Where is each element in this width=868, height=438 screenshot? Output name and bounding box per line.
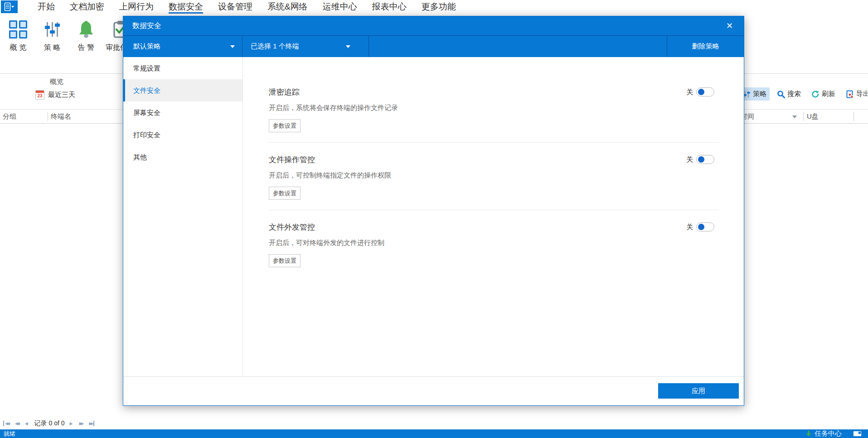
search-button[interactable]: 搜索 bbox=[774, 87, 804, 101]
date-range-label: 最近三天 bbox=[48, 91, 75, 99]
tab-device-mgmt[interactable]: 设备管理 bbox=[218, 0, 252, 14]
status-bar: 就绪 任务中心 bbox=[0, 429, 868, 438]
section-file-outgoing-control: 文件外发管控 关 开启后，可对终端外发的文件进行控制 参数设置 bbox=[269, 210, 718, 277]
ribbon-item-overview[interactable]: 概 览 bbox=[4, 18, 33, 53]
dialog-footer: 应用 bbox=[123, 376, 744, 405]
toolbar-spacer bbox=[369, 36, 667, 57]
column-header-terminal[interactable]: 终端名 bbox=[51, 112, 71, 121]
close-icon[interactable]: ✕ bbox=[724, 21, 735, 31]
export-file-icon bbox=[846, 90, 854, 98]
tab-more-features[interactable]: 更多功能 bbox=[422, 0, 456, 14]
sidebar-item-other[interactable]: 其他 bbox=[123, 146, 242, 168]
record-count-label: 记录 0 of 0 bbox=[34, 419, 65, 428]
sidebar-item-file-security[interactable]: 文件安全 bbox=[123, 79, 242, 101]
document-menu-icon bbox=[4, 2, 15, 11]
tab-web-behavior[interactable]: 上网行为 bbox=[119, 0, 154, 14]
file-outgoing-toggle[interactable] bbox=[696, 222, 714, 231]
sidebar-item-print-security[interactable]: 打印安全 bbox=[123, 124, 242, 146]
toggle-state-label: 关 bbox=[686, 88, 693, 96]
toggle-state-label: 关 bbox=[686, 155, 693, 164]
tab-doc-encryption[interactable]: 文档加密 bbox=[70, 0, 104, 14]
sidebar-item-screen-security[interactable]: 屏幕安全 bbox=[123, 101, 242, 124]
sidebar-item-general-settings[interactable]: 常规设置 bbox=[123, 57, 242, 79]
toggle-knob bbox=[698, 224, 704, 230]
terminal-selector-dropdown[interactable]: 已选择 1 个终端 bbox=[242, 36, 369, 57]
data-security-dialog: 数据安全 ✕ 默认策略 已选择 1 个终端 删除策略 常规设置 文件安全 屏幕安… bbox=[123, 16, 744, 406]
section-leak-tracking: 泄密追踪 关 开启后，系统将会保存终端的操作文件记录 参数设置 bbox=[269, 75, 718, 143]
column-header-group[interactable]: 分组 bbox=[3, 112, 16, 121]
fast-next-button[interactable]: ▶▶ bbox=[79, 421, 84, 426]
tab-report-center[interactable]: 报表中心 bbox=[372, 0, 407, 14]
task-center-button[interactable]: 任务中心 bbox=[805, 429, 842, 438]
column-divider[interactable] bbox=[853, 112, 854, 121]
tab-ops-center[interactable]: 运维中心 bbox=[323, 0, 357, 14]
toggle-knob bbox=[698, 89, 704, 95]
column-header-usb[interactable]: U盘 bbox=[807, 112, 819, 121]
alert-bell-icon bbox=[72, 19, 101, 40]
last-page-button[interactable]: ▶▶ bbox=[89, 421, 94, 426]
fast-prev-button[interactable]: ◀◀ bbox=[15, 421, 20, 426]
param-settings-button[interactable]: 参数设置 bbox=[269, 119, 301, 132]
file-operation-toggle[interactable] bbox=[696, 155, 714, 164]
task-panel-icon[interactable] bbox=[853, 431, 861, 436]
application-window: 开始 文档加密 上网行为 数据安全 设备管理 系统&网络 运维中心 报表中心 更… bbox=[0, 0, 868, 438]
tab-system-network[interactable]: 系统&网络 bbox=[267, 0, 308, 14]
ribbon-item-label: 概 览 bbox=[4, 43, 33, 53]
dialog-titlebar: 数据安全 ✕ bbox=[123, 16, 744, 35]
column-divider[interactable] bbox=[803, 112, 804, 121]
chevron-down-icon bbox=[230, 45, 235, 48]
section-title: 文件外发管控 bbox=[269, 222, 315, 232]
tab-start[interactable]: 开始 bbox=[38, 0, 55, 14]
column-divider[interactable] bbox=[48, 112, 48, 121]
ribbon-item-policy[interactable]: 策 略 bbox=[38, 18, 67, 53]
delete-policy-label: 删除策略 bbox=[692, 42, 719, 51]
overview-grid-icon bbox=[4, 19, 33, 40]
date-range-filter[interactable]: 23 最近三天 bbox=[35, 88, 75, 101]
chevron-down-icon[interactable] bbox=[792, 116, 797, 118]
delete-policy-button[interactable]: 删除策略 bbox=[667, 36, 744, 57]
policy-filter-label: 策略 bbox=[753, 90, 766, 98]
section-title: 文件操作管控 bbox=[269, 154, 315, 165]
policy-dropdown[interactable]: 默认策略 bbox=[123, 36, 242, 57]
refresh-button[interactable]: 刷新 bbox=[808, 87, 839, 101]
refresh-icon bbox=[811, 90, 820, 98]
toggle-state-label: 关 bbox=[686, 223, 693, 231]
dialog-toolbar: 默认策略 已选择 1 个终端 删除策略 bbox=[123, 35, 744, 57]
pagination-bar: ◀◀ ◀◀ ◀ 记录 0 of 0 ▶ ▶▶ ▶▶ bbox=[3, 419, 94, 428]
dialog-body: 常规设置 文件安全 屏幕安全 打印安全 其他 泄密追踪 关 开启后，系统 bbox=[123, 57, 744, 376]
ribbon-item-label: 告 警 bbox=[72, 43, 101, 53]
table-action-bar: 策略 搜索 刷新 导出 bbox=[740, 87, 868, 101]
prev-page-button[interactable]: ◀ bbox=[25, 421, 29, 426]
section-description: 开启后，可对终端外发的文件进行控制 bbox=[269, 239, 718, 248]
status-ready-label: 就绪 bbox=[4, 430, 15, 438]
search-label: 搜索 bbox=[787, 90, 801, 98]
toggle-knob bbox=[698, 156, 704, 163]
ribbon-item-label: 策 略 bbox=[38, 43, 67, 53]
export-button[interactable]: 导出 bbox=[843, 87, 868, 101]
dialog-sidebar: 常规设置 文件安全 屏幕安全 打印安全 其他 bbox=[123, 57, 243, 376]
param-settings-button[interactable]: 参数设置 bbox=[269, 187, 301, 200]
settings-panel: 泄密追踪 关 开启后，系统将会保存终端的操作文件记录 参数设置 文件操作管控 bbox=[243, 57, 744, 376]
policy-filter-button[interactable]: 策略 bbox=[740, 87, 770, 101]
section-description: 开启后，系统将会保存终端的操作文件记录 bbox=[269, 104, 718, 113]
ribbon-item-alert[interactable]: 告 警 bbox=[72, 18, 101, 53]
apply-button[interactable]: 应用 bbox=[658, 383, 739, 399]
next-page-button[interactable]: ▶ bbox=[70, 421, 74, 426]
refresh-label: 刷新 bbox=[822, 90, 835, 98]
param-settings-button[interactable]: 参数设置 bbox=[269, 254, 301, 267]
download-arrow-icon bbox=[805, 430, 812, 437]
first-page-button[interactable]: ◀◀ bbox=[3, 421, 10, 426]
menubar: 开始 文档加密 上网行为 数据安全 设备管理 系统&网络 运维中心 报表中心 更… bbox=[0, 0, 868, 14]
calendar-icon: 23 bbox=[35, 90, 44, 100]
search-icon bbox=[777, 90, 785, 98]
menu-tabs: 开始 文档加密 上网行为 数据安全 设备管理 系统&网络 运维中心 报表中心 更… bbox=[38, 0, 456, 14]
policy-dropdown-label: 默认策略 bbox=[133, 42, 160, 51]
terminal-selector-label: 已选择 1 个终端 bbox=[251, 42, 299, 51]
leak-tracking-toggle[interactable] bbox=[696, 87, 714, 96]
tab-data-security[interactable]: 数据安全 bbox=[169, 0, 203, 14]
main-menu-button[interactable] bbox=[1, 0, 18, 13]
section-title: 泄密追踪 bbox=[269, 87, 300, 97]
chevron-down-icon bbox=[346, 45, 350, 48]
section-description: 开启后，可控制终端指定文件的操作权限 bbox=[269, 171, 718, 180]
sliders-icon bbox=[743, 91, 751, 98]
